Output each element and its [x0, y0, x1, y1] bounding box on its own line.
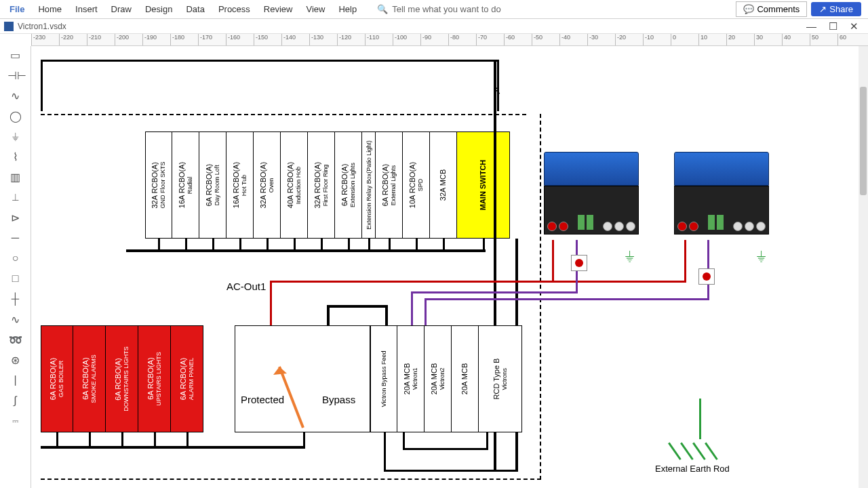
shape-toolbox: ▭ ⊣⊢ ∿ ◯ ⏚ ⌇ ▥ ⟂ ⊳ ─ ○ □ ┼ ∿ ➿ ⊛ | ∫ ⎓ [0, 46, 31, 488]
menu-insert[interactable]: Insert [68, 1, 104, 17]
circuit-breaker[interactable]: 6A RCBO(A)Extension Lights [335, 131, 362, 239]
circuit-breaker[interactable]: 32A RCBO(A)Oven [254, 131, 281, 239]
document-filename: Victron1.vsdx [18, 22, 66, 31]
transfer-switch-1[interactable] [571, 255, 587, 271]
ruler-tick: -230 [31, 34, 45, 45]
circuit-breaker[interactable]: 32A MCB [430, 131, 457, 239]
menu-home[interactable]: Home [31, 1, 68, 17]
victron-inverter-2[interactable] [674, 152, 769, 240]
tool-coil[interactable]: ➿ [7, 333, 24, 347]
menu-data[interactable]: Data [179, 1, 211, 17]
comment-icon: 💬 [743, 4, 754, 14]
ruler-tick: -100 [393, 34, 407, 45]
tool-pointer[interactable]: ▭ [7, 49, 24, 62]
tool-transformer[interactable]: ▥ [7, 171, 24, 184]
menu-view[interactable]: View [299, 1, 332, 17]
breaker-drop [321, 239, 323, 249]
menu-process[interactable]: Process [212, 1, 257, 17]
tool-diode[interactable]: ⊳ [7, 211, 24, 225]
tool-line[interactable]: | [7, 374, 24, 388]
circuit-breaker[interactable]: Extension Relay Box(Patio Light) [362, 131, 376, 239]
tool-inductor[interactable]: ⌇ [7, 150, 24, 164]
victron-inverter-1[interactable] [544, 152, 639, 240]
circuit-breaker[interactable]: 6A RCBO(A)UPSTAIRS LIGHTS [138, 325, 171, 432]
tool-sine[interactable]: ∿ [7, 313, 24, 327]
tool-curve[interactable]: ∫ [7, 394, 24, 408]
circuit-breaker[interactable]: 6A RCBO(A)External Lights [376, 131, 403, 239]
ruler-tick: -210 [87, 34, 101, 45]
vertical-scrollbar[interactable] [859, 46, 868, 488]
tool-oscillator[interactable]: ⊛ [7, 354, 24, 367]
circuit-breaker[interactable]: 6A RCBO(A)SMOKE ALARMS [73, 325, 106, 432]
breaker-drop [443, 239, 445, 249]
menu-review[interactable]: Review [257, 1, 300, 17]
minimize-button[interactable]: — [806, 20, 816, 33]
tell-me-placeholder: Tell me what you want to do [392, 4, 500, 14]
visio-doc-icon [4, 22, 14, 31]
menu-draw[interactable]: Draw [104, 1, 138, 17]
circuit-breaker[interactable]: 6A RCBO(A)Day Room Loft [199, 131, 226, 239]
circuit-breaker[interactable]: MAIN SWITCH [457, 131, 510, 239]
upper-consumer-unit[interactable]: 32A RCBO(A)GND Floor SKTS16A RCBO(A)Radi… [145, 131, 510, 239]
victron-breaker-group[interactable]: Victron Bypass Feed20A MCBVictron120A MC… [370, 325, 522, 432]
circuit-breaker[interactable]: 6A RCBO(A)GAS BOILER [41, 325, 73, 432]
circuit-breaker[interactable]: 6A RCBO(A)DOWNSTAIRS LIGHTS [106, 325, 138, 432]
tool-source-ac[interactable]: ∿ [7, 89, 24, 103]
window-controls: — ☐ ✕ [806, 20, 864, 33]
tool-rect[interactable]: □ [7, 272, 24, 286]
menu-design[interactable]: Design [138, 1, 179, 17]
drawing-canvas[interactable]: 32A RCBO(A)GND Floor SKTS16A RCBO(A)Radi… [31, 46, 859, 488]
circuit-breaker[interactable]: 20A MCBVictron1 [397, 325, 425, 432]
bypass-label: Bypass [322, 394, 355, 405]
circuit-breaker[interactable]: 32A RCBO(A)GND Floor SKTS [145, 131, 172, 239]
tool-connector[interactable]: ⎓ [7, 415, 24, 428]
tell-me-search[interactable]: 🔍 Tell me what you want to do [377, 4, 736, 14]
circuit-breaker[interactable]: 40A RCBO(A)Induction Hob [281, 131, 308, 239]
tool-circle[interactable]: ○ [7, 252, 24, 266]
ruler-tick: 60 [837, 34, 846, 45]
circuit-breaker[interactable]: 20A MCB [452, 325, 479, 432]
tool-antenna[interactable]: ⟂ [7, 191, 24, 205]
transfer-switch-2[interactable] [698, 268, 715, 285]
external-earth-rod[interactable] [673, 399, 727, 460]
bypass-switch-box[interactable]: Protected Bypass [235, 325, 370, 432]
protected-consumer-unit[interactable]: 6A RCBO(A)GAS BOILER6A RCBO(A)SMOKE ALAR… [41, 325, 203, 432]
ac-out1-label: AC-Out1 [226, 281, 266, 292]
circuit-breaker[interactable]: 16A RCBO(A)Radial [172, 131, 199, 239]
breaker-drop [389, 239, 391, 249]
circuit-breaker[interactable]: 20A MCBVictron2 [425, 325, 452, 432]
circuit-breaker[interactable]: 10A RCBO(A)SPD [403, 131, 430, 239]
tool-source[interactable]: ◯ [7, 110, 24, 123]
svg-line-0 [279, 367, 303, 428]
ruler-tick: -80 [448, 34, 459, 45]
breaker-drop [368, 239, 370, 249]
scrollbar-thumb[interactable] [860, 87, 867, 195]
tool-ground[interactable]: ⏚ [7, 130, 24, 144]
circuit-breaker[interactable]: Victron Bypass Feed [370, 325, 397, 432]
tool-plus[interactable]: ┼ [7, 293, 24, 306]
ruler-tick: 30 [754, 34, 763, 45]
ruler-tick: -70 [476, 34, 487, 45]
bypass-arrow-icon [269, 360, 310, 434]
comments-button[interactable]: 💬 Comments [736, 1, 807, 17]
ruler-tick: -140 [281, 34, 296, 45]
ac-out1-wire-up2 [684, 240, 686, 282]
share-button[interactable]: ↗ Share [811, 2, 861, 16]
menu-bar: File Home Insert Draw Design Data Proces… [0, 0, 868, 19]
tool-wire[interactable]: ─ [7, 232, 24, 245]
menu-help[interactable]: Help [332, 1, 363, 17]
tool-capacitor[interactable]: ⊣⊢ [7, 69, 24, 83]
circuit-breaker[interactable]: RCD Type BVictrons [479, 325, 522, 432]
purple-wire-h1 [411, 291, 578, 293]
ruler-tick: -130 [309, 34, 323, 45]
close-button[interactable]: ✕ [850, 20, 859, 33]
circuit-breaker[interactable]: 16A RCBO(A)Hot Tub [226, 131, 254, 239]
circuit-breaker[interactable]: 6A RCBO(A)ALARM PANEL [171, 325, 203, 432]
menu-file[interactable]: File [3, 1, 31, 17]
maximize-button[interactable]: ☐ [829, 20, 837, 33]
ruler-tick: -20 [615, 34, 626, 45]
circuit-breaker[interactable]: 32A RCBO(A)First Floor Ring [308, 131, 335, 239]
ruler-tick: -200 [115, 34, 129, 45]
purple-wire-drop2 [425, 298, 427, 327]
breaker-drop [186, 432, 189, 446]
